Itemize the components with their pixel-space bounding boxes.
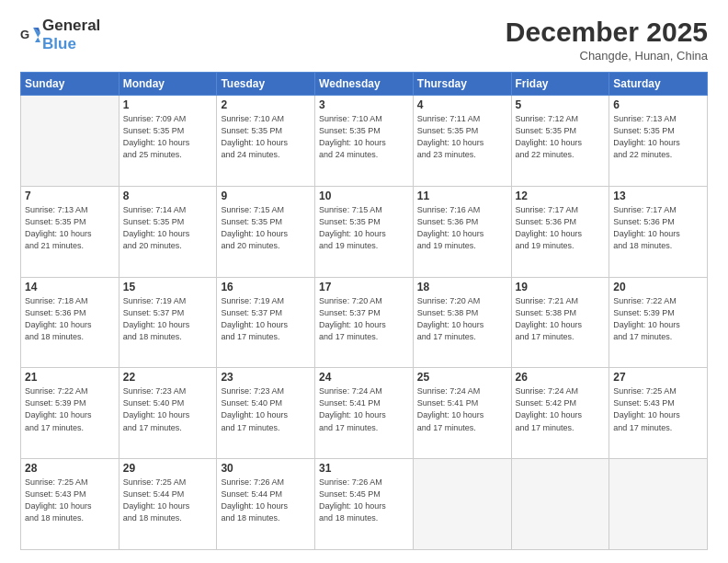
day-number: 27 bbox=[613, 371, 703, 384]
table-row: 21Sunrise: 7:22 AMSunset: 5:39 PMDayligh… bbox=[21, 368, 708, 459]
col-friday: Friday bbox=[511, 73, 609, 96]
table-cell: 16Sunrise: 7:19 AMSunset: 5:37 PMDayligh… bbox=[217, 277, 315, 368]
day-info: Sunrise: 7:10 AMSunset: 5:35 PMDaylight:… bbox=[221, 113, 311, 161]
day-info: Sunrise: 7:24 AMSunset: 5:41 PMDaylight:… bbox=[319, 385, 409, 433]
day-info: Sunrise: 7:15 AMSunset: 5:35 PMDaylight:… bbox=[221, 204, 311, 252]
day-number: 19 bbox=[516, 281, 606, 293]
day-info: Sunrise: 7:18 AMSunset: 5:36 PMDaylight:… bbox=[25, 295, 115, 343]
table-cell: 2Sunrise: 7:10 AMSunset: 5:35 PMDaylight… bbox=[217, 96, 315, 187]
table-cell: 12Sunrise: 7:17 AMSunset: 5:36 PMDayligh… bbox=[511, 186, 609, 277]
table-cell: 18Sunrise: 7:20 AMSunset: 5:38 PMDayligh… bbox=[413, 277, 511, 368]
day-number: 18 bbox=[417, 281, 507, 293]
table-cell: 11Sunrise: 7:16 AMSunset: 5:36 PMDayligh… bbox=[413, 186, 511, 277]
table-cell: 17Sunrise: 7:20 AMSunset: 5:37 PMDayligh… bbox=[315, 277, 414, 368]
day-info: Sunrise: 7:11 AMSunset: 5:35 PMDaylight:… bbox=[417, 113, 507, 161]
table-cell: 23Sunrise: 7:23 AMSunset: 5:40 PMDayligh… bbox=[217, 368, 315, 459]
day-info: Sunrise: 7:13 AMSunset: 5:35 PMDaylight:… bbox=[613, 113, 703, 161]
day-number: 30 bbox=[221, 462, 311, 475]
table-cell: 24Sunrise: 7:24 AMSunset: 5:41 PMDayligh… bbox=[315, 368, 414, 459]
table-cell: 5Sunrise: 7:12 AMSunset: 5:35 PMDaylight… bbox=[511, 96, 609, 187]
svg-text:G: G bbox=[20, 28, 29, 41]
day-info: Sunrise: 7:25 AMSunset: 5:43 PMDaylight:… bbox=[25, 477, 115, 524]
day-number: 23 bbox=[221, 371, 311, 384]
table-cell: 3Sunrise: 7:10 AMSunset: 5:35 PMDaylight… bbox=[315, 96, 414, 187]
header: G General Blue December 2025 Changde, Hu… bbox=[20, 17, 708, 63]
col-sunday: Sunday bbox=[21, 73, 119, 96]
day-number: 12 bbox=[516, 190, 606, 202]
day-info: Sunrise: 7:23 AMSunset: 5:40 PMDaylight:… bbox=[123, 385, 213, 433]
day-number: 21 bbox=[25, 371, 115, 384]
logo: G General Blue bbox=[20, 17, 100, 53]
day-number: 5 bbox=[516, 98, 606, 111]
table-cell: 4Sunrise: 7:11 AMSunset: 5:35 PMDaylight… bbox=[413, 96, 511, 187]
day-number: 20 bbox=[613, 281, 703, 293]
table-cell: 29Sunrise: 7:25 AMSunset: 5:44 PMDayligh… bbox=[119, 459, 217, 550]
table-cell bbox=[609, 459, 708, 550]
col-wednesday: Wednesday bbox=[315, 73, 414, 96]
day-number: 14 bbox=[25, 281, 115, 293]
day-info: Sunrise: 7:26 AMSunset: 5:45 PMDaylight:… bbox=[319, 477, 409, 524]
location: Changde, Hunan, China bbox=[506, 49, 708, 63]
day-number: 13 bbox=[613, 190, 703, 202]
day-number: 15 bbox=[123, 281, 213, 293]
day-info: Sunrise: 7:24 AMSunset: 5:42 PMDaylight:… bbox=[516, 385, 606, 433]
table-cell: 7Sunrise: 7:13 AMSunset: 5:35 PMDaylight… bbox=[21, 186, 119, 277]
day-info: Sunrise: 7:20 AMSunset: 5:37 PMDaylight:… bbox=[319, 295, 409, 343]
calendar-page: G General Blue December 2025 Changde, Hu… bbox=[0, 0, 728, 563]
day-info: Sunrise: 7:17 AMSunset: 5:36 PMDaylight:… bbox=[613, 204, 703, 252]
table-cell: 30Sunrise: 7:26 AMSunset: 5:44 PMDayligh… bbox=[217, 459, 315, 550]
day-number: 10 bbox=[319, 190, 409, 202]
col-monday: Monday bbox=[119, 73, 217, 96]
logo-general: General bbox=[42, 17, 100, 35]
day-info: Sunrise: 7:21 AMSunset: 5:38 PMDaylight:… bbox=[516, 295, 606, 343]
day-number: 31 bbox=[319, 462, 409, 475]
col-tuesday: Tuesday bbox=[217, 73, 315, 96]
day-info: Sunrise: 7:13 AMSunset: 5:35 PMDaylight:… bbox=[25, 204, 115, 252]
day-info: Sunrise: 7:25 AMSunset: 5:43 PMDaylight:… bbox=[613, 385, 703, 433]
table-cell: 25Sunrise: 7:24 AMSunset: 5:41 PMDayligh… bbox=[413, 368, 511, 459]
day-info: Sunrise: 7:25 AMSunset: 5:44 PMDaylight:… bbox=[123, 477, 213, 524]
day-number: 4 bbox=[417, 98, 507, 111]
day-info: Sunrise: 7:19 AMSunset: 5:37 PMDaylight:… bbox=[123, 295, 213, 343]
table-cell: 10Sunrise: 7:15 AMSunset: 5:35 PMDayligh… bbox=[315, 186, 414, 277]
day-info: Sunrise: 7:24 AMSunset: 5:41 PMDaylight:… bbox=[417, 385, 507, 433]
day-number: 24 bbox=[319, 371, 409, 384]
table-row: 7Sunrise: 7:13 AMSunset: 5:35 PMDaylight… bbox=[21, 186, 708, 277]
day-number: 3 bbox=[319, 98, 409, 111]
table-cell: 15Sunrise: 7:19 AMSunset: 5:37 PMDayligh… bbox=[119, 277, 217, 368]
day-number: 16 bbox=[221, 281, 311, 293]
table-cell: 31Sunrise: 7:26 AMSunset: 5:45 PMDayligh… bbox=[315, 459, 414, 550]
table-cell bbox=[511, 459, 609, 550]
table-cell: 13Sunrise: 7:17 AMSunset: 5:36 PMDayligh… bbox=[609, 186, 708, 277]
table-cell: 20Sunrise: 7:22 AMSunset: 5:39 PMDayligh… bbox=[609, 277, 708, 368]
table-cell: 14Sunrise: 7:18 AMSunset: 5:36 PMDayligh… bbox=[21, 277, 119, 368]
table-cell: 19Sunrise: 7:21 AMSunset: 5:38 PMDayligh… bbox=[511, 277, 609, 368]
table-cell: 21Sunrise: 7:22 AMSunset: 5:39 PMDayligh… bbox=[21, 368, 119, 459]
table-cell bbox=[21, 96, 119, 187]
day-number: 28 bbox=[25, 462, 115, 475]
day-info: Sunrise: 7:14 AMSunset: 5:35 PMDaylight:… bbox=[123, 204, 213, 252]
day-info: Sunrise: 7:12 AMSunset: 5:35 PMDaylight:… bbox=[516, 113, 606, 161]
logo-icon: G bbox=[20, 26, 40, 44]
day-number: 8 bbox=[123, 190, 213, 202]
day-info: Sunrise: 7:17 AMSunset: 5:36 PMDaylight:… bbox=[516, 204, 606, 252]
table-row: 28Sunrise: 7:25 AMSunset: 5:43 PMDayligh… bbox=[21, 459, 708, 550]
day-number: 9 bbox=[221, 190, 311, 202]
day-info: Sunrise: 7:23 AMSunset: 5:40 PMDaylight:… bbox=[221, 385, 311, 433]
col-saturday: Saturday bbox=[609, 73, 708, 96]
title-block: December 2025 Changde, Hunan, China bbox=[506, 17, 708, 63]
month-title: December 2025 bbox=[506, 17, 708, 47]
table-cell: 28Sunrise: 7:25 AMSunset: 5:43 PMDayligh… bbox=[21, 459, 119, 550]
day-info: Sunrise: 7:22 AMSunset: 5:39 PMDaylight:… bbox=[613, 295, 703, 343]
day-number: 2 bbox=[221, 98, 311, 111]
day-number: 29 bbox=[123, 462, 213, 475]
day-info: Sunrise: 7:10 AMSunset: 5:35 PMDaylight:… bbox=[319, 113, 409, 161]
table-row: 14Sunrise: 7:18 AMSunset: 5:36 PMDayligh… bbox=[21, 277, 708, 368]
day-info: Sunrise: 7:20 AMSunset: 5:38 PMDaylight:… bbox=[417, 295, 507, 343]
day-number: 11 bbox=[417, 190, 507, 202]
day-info: Sunrise: 7:09 AMSunset: 5:35 PMDaylight:… bbox=[123, 113, 213, 161]
logo-blue: Blue bbox=[42, 35, 76, 52]
day-info: Sunrise: 7:26 AMSunset: 5:44 PMDaylight:… bbox=[221, 477, 311, 524]
header-row: Sunday Monday Tuesday Wednesday Thursday… bbox=[21, 73, 708, 96]
day-number: 6 bbox=[613, 98, 703, 111]
